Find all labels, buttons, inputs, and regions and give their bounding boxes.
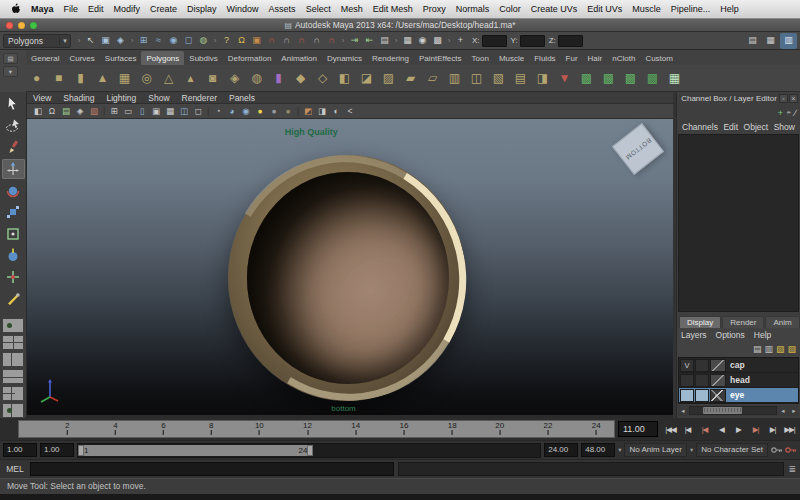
snap-to-grid-icon[interactable]: ⊞ [136, 33, 151, 48]
macos-menu-item[interactable]: Assets [264, 0, 301, 19]
two-pane-stacked-layout-button[interactable] [2, 369, 24, 384]
scrollbar-track[interactable] [689, 406, 777, 415]
separate-icon[interactable]: ◇ [312, 68, 333, 89]
layer-visibility-toggle[interactable] [680, 389, 694, 402]
minimize-window-button[interactable] [18, 22, 25, 29]
shelf-tab-fur[interactable]: Fur [561, 51, 583, 65]
macos-menu-item[interactable]: Window [222, 0, 264, 19]
magnet-grid-icon[interactable]: ∩ [264, 33, 279, 48]
layer-visibility-toggle[interactable] [680, 374, 694, 387]
scroll-left-icon[interactable]: ◂ [778, 407, 788, 415]
macos-menu-item[interactable]: Muscle [627, 0, 666, 19]
layer-menu-help[interactable]: Help [754, 330, 771, 340]
booleans-icon[interactable]: ◪ [356, 68, 377, 89]
uv-checker-3-icon[interactable]: ▩ [620, 68, 641, 89]
screen-space-ao-icon[interactable]: ● [281, 104, 295, 118]
set-key-icon[interactable] [771, 441, 783, 459]
mirror-geometry-icon[interactable]: ◨ [532, 68, 553, 89]
macos-menu-item[interactable]: Create UVs [526, 0, 583, 19]
magnet-point-icon[interactable]: ∩ [294, 33, 309, 48]
shelf-tab-animation[interactable]: Animation [276, 51, 322, 65]
make-live-icon[interactable]: ◍ [196, 33, 211, 48]
macos-menu-item[interactable]: Help [715, 0, 744, 19]
output-connections-icon[interactable]: ⇤ [362, 33, 377, 48]
channel-box-menu-object[interactable]: Object [744, 122, 769, 132]
target-weld-icon[interactable]: ▤ [510, 68, 531, 89]
camera-lock-icon[interactable]: Ω [45, 104, 59, 118]
camera-attributes-icon[interactable]: ▤ [59, 104, 73, 118]
macos-menu-item[interactable]: Edit [83, 0, 109, 19]
layer-display-type-toggle[interactable] [695, 389, 709, 402]
poly-helix-icon[interactable]: ◈ [224, 68, 245, 89]
channel-box-menu-edit[interactable]: Edit [723, 122, 738, 132]
rotate-tool[interactable] [2, 180, 25, 201]
paint-select-tool[interactable] [2, 137, 25, 158]
outliner-persp-layout-button[interactable] [2, 403, 24, 418]
macos-menu-item[interactable]: Select [301, 0, 336, 19]
sculpt-geometry-icon[interactable]: ▮ [268, 68, 289, 89]
uv-checker-4-icon[interactable]: ▩ [642, 68, 663, 89]
shelf-arrow-button[interactable]: ▾ [3, 66, 18, 77]
manipulator-axis-icon[interactable]: + [778, 108, 783, 118]
construction-history-icon[interactable]: ▤ [377, 33, 392, 48]
lock-icon[interactable]: Ω [234, 33, 249, 48]
single-pane-layout-button[interactable] [2, 318, 24, 333]
selection-mode-dropdown[interactable]: Polygons ▾ [3, 34, 71, 48]
macos-menu-item[interactable]: File [59, 0, 84, 19]
shelf-tab-subdivs[interactable]: Subdivs [184, 51, 222, 65]
viewport-menu-view[interactable]: View [27, 92, 57, 104]
go-to-start-button[interactable]: |◀◀ [662, 420, 679, 438]
render-settings-icon[interactable]: ▩ [430, 33, 445, 48]
apple-icon[interactable] [9, 3, 20, 15]
split-polygon-icon[interactable]: ◫ [466, 68, 487, 89]
shelf-tab-general[interactable]: General [26, 51, 64, 65]
layer-name[interactable]: eye [726, 390, 744, 400]
character-set-dropdown[interactable]: No Character Set [696, 443, 768, 457]
resolution-gate-icon[interactable]: ▯ [135, 104, 149, 118]
z-input[interactable] [558, 35, 583, 47]
scale-tool[interactable] [2, 202, 25, 223]
macos-menu-item[interactable]: Edit Mesh [368, 0, 418, 19]
bridge-icon[interactable]: ▱ [422, 68, 443, 89]
time-slider[interactable]: 2 4 6 8 10 12 14 16 18 20 22 24 [18, 420, 615, 438]
step-back-key-button[interactable]: |◀ [696, 420, 713, 438]
channel-box-menu-show[interactable]: Show [774, 122, 795, 132]
layer-visibility-toggle[interactable]: V [680, 359, 694, 372]
extrude-icon[interactable]: ▰ [400, 68, 421, 89]
viewport-menu-renderer[interactable]: Renderer [176, 92, 223, 104]
wireframe-icon[interactable]: ◔ [211, 104, 225, 118]
shelf-tab-ncloth[interactable]: nCloth [607, 51, 640, 65]
safe-title-icon[interactable]: ◻ [191, 104, 205, 118]
shelf-tab-muscle[interactable]: Muscle [494, 51, 529, 65]
step-forward-frame-button[interactable]: ▶| [764, 420, 781, 438]
scroll-right-icon[interactable]: ▸ [789, 407, 799, 415]
scroll-left-icon[interactable]: ◂ [678, 407, 688, 415]
play-forwards-button[interactable]: ▶ [730, 420, 747, 438]
step-forward-key-button[interactable]: ▶| [747, 420, 764, 438]
shelf-tab-custom[interactable]: Custom [640, 51, 678, 65]
safe-action-icon[interactable]: ◫ [177, 104, 191, 118]
shelf-tab-deformation[interactable]: Deformation [223, 51, 277, 65]
macos-menu-item[interactable]: Edit UVs [582, 0, 627, 19]
textured-icon[interactable]: ◉ [239, 104, 253, 118]
sculpt-brush-icon[interactable]: ▼ [554, 68, 575, 89]
shelf-tab-hair[interactable]: Hair [583, 51, 608, 65]
macos-menu-item[interactable]: Display [182, 0, 222, 19]
select-by-hierarchy-icon[interactable]: ↖ [83, 33, 98, 48]
shelf-menu-button[interactable]: ▤ [3, 53, 18, 64]
shelf-tab-toon[interactable]: Toon [467, 51, 494, 65]
slider-mode-icon[interactable]: ∕ [794, 108, 796, 118]
tool-settings-toggle-icon[interactable]: ▦ [762, 33, 779, 49]
shadows-icon[interactable]: ● [267, 104, 281, 118]
poly-torus-icon[interactable]: ◎ [136, 68, 157, 89]
go-to-end-button[interactable]: ▶▶| [781, 420, 798, 438]
create-empty-layer-icon[interactable]: ▧ [776, 344, 785, 354]
float-panel-button[interactable]: ▫ [779, 94, 788, 103]
poly-cylinder-icon[interactable]: ▮ [70, 68, 91, 89]
extract-icon[interactable]: ◧ [334, 68, 355, 89]
create-layer-from-selected-icon[interactable]: ▨ [787, 344, 796, 354]
xray-icon[interactable]: ◨ [315, 104, 329, 118]
shaded-icon[interactable]: ◕ [225, 104, 239, 118]
macos-menu-item[interactable]: Proxy [418, 0, 451, 19]
magnet-live-icon[interactable]: ∩ [324, 33, 339, 48]
